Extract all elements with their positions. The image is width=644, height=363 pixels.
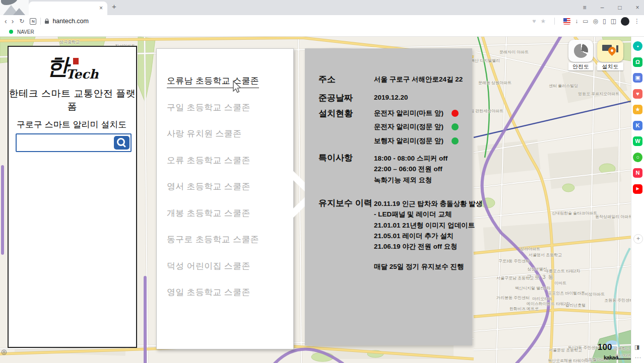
maintenance-line: 21.01.01 21년형 이미지 업데이트 [374,220,482,231]
address-label: 주소 [318,74,336,85]
minimize-button[interactable]: – [599,4,606,11]
naver-extension-icon[interactable]: N [30,18,36,25]
download-icon[interactable]: ↓ [575,18,578,24]
sidebar-add-button[interactable]: + [633,234,643,244]
maintenance-label: 유지보수 이력 [318,197,372,209]
school-list-item-label: 구일 초등학교 스쿨존 [167,102,250,113]
tab-strip: × + ≡–□× [0,0,644,15]
naver-favicon [9,30,13,34]
install-status-row: 운전자 알리미(정문 앞) [374,120,459,134]
school-list-item[interactable]: 개봉 초등학교 스쿨존 [167,207,293,219]
install-map-button[interactable]: 설치도 [597,40,623,70]
school-list-item[interactable]: 영서 초등학교 스쿨존 [167,181,293,192]
school-list-item[interactable]: 오류남 초등학교 스쿨존 [167,75,293,86]
completion-date-value: 2019.12.20 [374,94,408,101]
school-list-item-label: 개봉 초등학교 스쿨존 [167,207,250,219]
maintenance-line: 20.11.19 인근 탑차와 충돌상황 발생 [374,198,482,209]
school-list-item[interactable]: 덕성 어린이집 스쿨존 [167,260,293,271]
keep-icon[interactable]: K [633,121,642,130]
reload-button[interactable]: ↻ [19,18,24,24]
kakao-logo: kakao [604,354,618,360]
back-button[interactable]: ‹ [5,18,7,25]
whale-profile-icon[interactable]: ● [633,41,642,51]
address-bar-url[interactable]: hantech.com [52,18,89,25]
band-icon[interactable]: ○ [633,153,642,162]
install-status-label: 설치현황 [318,108,353,119]
install-status-row: 보행자 알리미(정문 앞) [374,134,459,148]
school-list-item[interactable]: 영일 초등학교 스쿨존 [167,286,293,298]
notifications-icon[interactable]: Ω [633,57,642,67]
safety-map-label: 안전도 [568,62,593,70]
bookmark-naver[interactable]: NAVER [17,29,34,35]
maintenance-footer: 매달 25일 정기 유지보수 진행 [374,262,464,271]
naver-now-icon[interactable]: N [633,168,642,178]
browser-side-panel: ●Ω▣♥★KW○N▶ + ◨ ··· [631,37,644,363]
browser-tab[interactable]: × [29,2,107,15]
browser-menu-icon[interactable]: ⋮ [634,18,640,24]
theme-swoosh [1,0,18,5]
current-location-icon[interactable]: ◎ [1,348,7,355]
profile-avatar[interactable] [621,17,629,26]
special-notes-label: 특이사항 [318,152,353,164]
maintenance-line: - LED패널 및 레이더 교체 [374,209,482,220]
sidebar-collapse-icon[interactable]: ◨ [634,344,639,350]
heart-service-icon[interactable]: ♥ [633,89,642,99]
search-icon [117,138,125,146]
screenshot-icon[interactable]: ◎ [593,18,598,24]
browser-window: × + ≡–□× ‹ › ↻ N hantech.com ♥★↓▭◎▯◫⋮ NA… [0,0,644,363]
school-zone-list: 오류남 초등학교 스쿨존구일 초등학교 스쿨존사랑 유치원 스쿨존오류 초등학교… [156,48,294,349]
map-scale-bar [617,356,631,359]
maximize-button[interactable]: □ [616,4,623,11]
window-controls: ≡–□× [581,0,641,15]
status-dot [452,137,459,144]
special-note-line: 녹화기능 제외 요청 [374,175,447,185]
map-canvas[interactable]: 성곡중학교직선아파트백산 디지털밸리문래동 상원아파트문래자이 아파트센터 플러… [0,37,644,363]
school-list-item-label: 오류 초등학교 스쿨존 [167,155,250,166]
school-list-item-label: 덕성 어린이집 스쿨존 [167,260,250,272]
favorites-icon[interactable]: ★ [633,105,642,114]
bookmark-star-icon[interactable]: ★ [540,18,546,24]
install-device-label: 운전자 알리미(정문 앞) [374,122,443,131]
install-status-row: 운전자 알리미(마트 앞) [374,106,459,120]
logo-red-seal [73,58,79,64]
browser-toolbar: ‹ › ↻ N hantech.com ♥★↓▭◎▯◫⋮ [0,15,644,27]
translate-extension-icon[interactable] [563,18,570,25]
sign-and-pin-icon [602,43,618,58]
like-icon[interactable]: ♥ [532,18,536,24]
completion-date-label: 준공날짜 [318,92,353,104]
school-list-item[interactable]: 구일 초등학교 스쿨존 [167,102,293,113]
install-status-list: 운전자 알리미(마트 앞)운전자 알리미(정문 앞)보행자 알리미(정문 앞) [374,106,459,148]
safety-map-button[interactable]: 안전도 [568,40,593,70]
school-list-item[interactable]: 오류 초등학교 스쿨존 [167,155,293,166]
school-list-item-label: 사랑 유치원 스쿨존 [167,128,241,139]
lock-icon[interactable] [45,21,49,24]
mountain-icon [13,8,25,15]
tab-search-icon[interactable]: ≡ [581,4,588,11]
split-view-icon[interactable]: ◫ [611,18,616,24]
zone-detail-panel: 주소 서울 구로구 서해안로24길 22 준공날짜 2019.12.20 설치현… [305,48,472,345]
school-list-item[interactable]: 동구로 초등학교 스쿨존 [167,234,293,245]
search-input[interactable] [17,134,114,151]
toolbar-right-icons: ♥★↓▭◎▯◫⋮ [532,15,640,27]
school-list-item-label: 오류남 초등학교 스쿨존 [167,75,259,88]
reader-mode-icon[interactable]: ▯ [603,18,606,24]
workspace-icon[interactable]: ▣ [633,73,642,83]
hantech-logo: 한 Tech [40,53,105,85]
new-tab-button[interactable]: + [112,2,116,11]
webtoon-icon[interactable]: W [633,136,642,146]
sidebar-more-icon[interactable]: ··· [635,355,641,360]
close-button[interactable]: × [634,4,641,11]
youtube-icon[interactable]: ▶ [633,184,642,194]
school-list-item[interactable]: 사랑 유치원 스쿨존 [167,128,293,139]
platform-title: 한테크 스마트 교통안전 플랫폼 [9,87,136,113]
status-dot [452,123,459,130]
status-dot [452,110,459,117]
install-device-label: 운전자 알리미(마트 앞) [374,109,443,118]
tab-close-icon[interactable]: × [99,5,103,12]
video-capture-icon[interactable]: ▭ [583,18,588,24]
toolbar-separator [554,18,555,25]
forward-button[interactable]: › [12,18,14,25]
search-box [16,133,132,152]
search-button[interactable] [114,136,130,150]
special-note-line: 18:00 - 08:00 스피커 off [374,153,447,164]
